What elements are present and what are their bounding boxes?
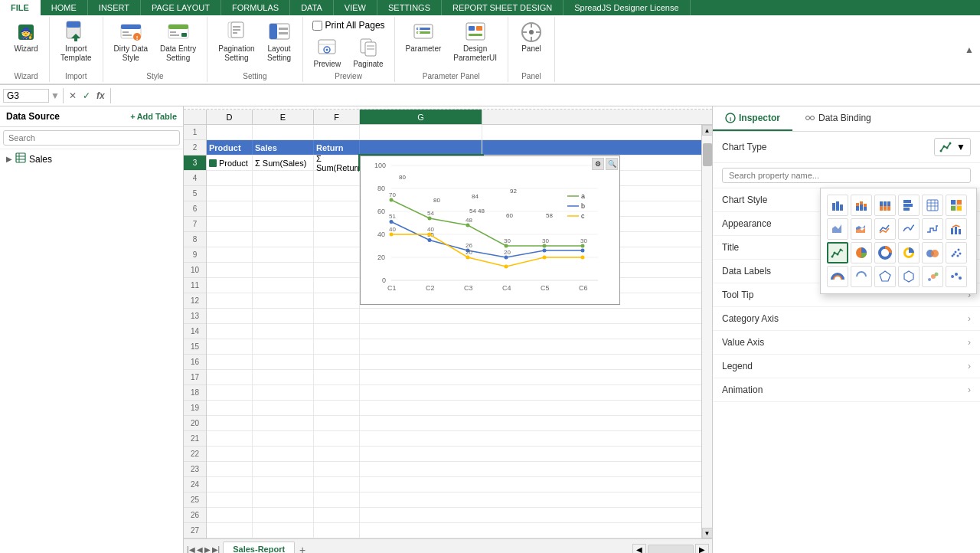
cell-D11[interactable]	[207, 278, 253, 293]
data-entry-setting-button[interactable]: Data EntrySetting	[155, 18, 201, 64]
add-table-button[interactable]: + Add Table	[130, 112, 177, 121]
cell-F24[interactable]	[314, 477, 360, 492]
cell-D15[interactable]	[207, 339, 253, 354]
cell-E7[interactable]	[253, 217, 314, 231]
cell-E14[interactable]	[253, 324, 314, 339]
cell-G27[interactable]	[360, 523, 701, 538]
chart-type-table[interactable]	[922, 195, 943, 216]
cell-D18[interactable]	[207, 385, 253, 400]
cell-G20[interactable]	[360, 416, 701, 430]
sheet-first-button[interactable]: |◀	[187, 545, 195, 553]
cell-F27[interactable]	[314, 523, 360, 538]
prop-animation[interactable]: Animation ›	[713, 378, 980, 402]
scroll-track[interactable]	[702, 136, 712, 528]
chart-type-line[interactable]	[874, 218, 896, 240]
formula-cancel-button[interactable]: ✕	[67, 90, 79, 101]
cell-E4[interactable]	[253, 171, 314, 185]
chart-type-100stacked[interactable]	[874, 195, 896, 216]
prop-category-axis[interactable]: Category Axis ›	[713, 307, 980, 331]
cell-E18[interactable]	[253, 385, 314, 400]
paginate-button[interactable]: Paginate	[348, 34, 387, 70]
cell-F9[interactable]	[314, 247, 360, 262]
tab-data[interactable]: DATA	[290, 0, 334, 15]
cell-D10[interactable]	[207, 263, 253, 277]
cell-D14[interactable]	[207, 324, 253, 339]
chart-type-pie[interactable]	[851, 242, 872, 263]
cell-F6[interactable]	[314, 201, 360, 216]
cell-D24[interactable]	[207, 477, 253, 492]
cell-D13[interactable]	[207, 309, 253, 323]
chart-type-stacked-area[interactable]	[851, 218, 872, 240]
property-search-input[interactable]	[722, 168, 971, 183]
chart-type-line-selected[interactable]	[827, 242, 848, 263]
cell-G24[interactable]	[360, 477, 701, 492]
cell-D21[interactable]	[207, 431, 253, 446]
cell-F14[interactable]	[314, 324, 360, 339]
cell-D23[interactable]	[207, 462, 253, 476]
panel-button[interactable]: Panel	[514, 18, 548, 55]
chart-type-scatter[interactable]	[946, 242, 967, 263]
cell-F26[interactable]	[314, 508, 360, 522]
print-all-pages-check[interactable]: Print All Pages	[309, 18, 388, 32]
chart-type-select[interactable]: ▼	[934, 138, 971, 156]
cell-D6[interactable]	[207, 201, 253, 216]
cell-E9[interactable]	[253, 247, 314, 262]
cell-G25[interactable]	[360, 492, 701, 507]
cell-D2[interactable]: Product	[207, 140, 253, 155]
cell-D7[interactable]	[207, 217, 253, 231]
cell-G16[interactable]	[360, 355, 701, 369]
chart-type-donut[interactable]	[874, 242, 896, 263]
tab-page-layout[interactable]: PAGE LAYOUT	[141, 0, 221, 15]
chart-search-icon[interactable]: 🔍	[606, 158, 618, 170]
vertical-scrollbar[interactable]: ▲ ▼	[701, 125, 712, 538]
layout-setting-button[interactable]: LayoutSetting	[263, 18, 296, 64]
cell-G19[interactable]	[360, 401, 701, 415]
cell-D17[interactable]	[207, 370, 253, 384]
design-parameter-ui-button[interactable]: DesignParameterUI	[449, 18, 501, 64]
cell-G13[interactable]	[360, 309, 701, 323]
cell-D1[interactable]	[207, 125, 253, 139]
dirty-data-style-button[interactable]: ! Dirty DataStyle	[109, 18, 152, 64]
chart-type-hexagon[interactable]	[898, 266, 920, 287]
cell-D4[interactable]	[207, 171, 253, 185]
chart-type-multi-pie[interactable]	[922, 242, 943, 263]
cell-G2[interactable]	[360, 140, 482, 155]
cell-E24[interactable]	[253, 477, 314, 492]
cell-G1[interactable]	[360, 125, 482, 139]
tab-spreadjs-license[interactable]: SpreadJS Designer License	[564, 0, 690, 15]
ribbon-collapse-button[interactable]: ▲	[962, 17, 977, 82]
chart-type-semi-donut[interactable]	[827, 266, 848, 287]
sheet-scroll-right[interactable]: ▶	[695, 544, 709, 553]
cell-E2[interactable]: Sales	[253, 140, 314, 155]
tab-settings[interactable]: SETTINGS	[377, 0, 442, 15]
chart-type-smooth-line[interactable]	[898, 218, 920, 240]
wizard-button[interactable]: 🧙 Wizard	[9, 18, 43, 55]
cell-E8[interactable]	[253, 232, 314, 247]
cell-F13[interactable]	[314, 309, 360, 323]
cell-D12[interactable]	[207, 293, 253, 308]
sheet-next-button[interactable]: ▶	[204, 545, 211, 553]
cell-F1[interactable]	[314, 125, 360, 139]
cell-G21[interactable]	[360, 431, 701, 446]
cell-E26[interactable]	[253, 508, 314, 522]
tab-view[interactable]: VIEW	[334, 0, 377, 15]
cell-E13[interactable]	[253, 309, 314, 323]
chart-type-bubble[interactable]	[922, 266, 943, 287]
cell-D5[interactable]	[207, 186, 253, 201]
cell-D9[interactable]	[207, 247, 253, 262]
chart-type-column-line[interactable]	[946, 218, 967, 240]
cell-F23[interactable]	[314, 462, 360, 476]
tree-item-sales[interactable]: ▶ Sales	[0, 149, 183, 169]
import-template-button[interactable]: ImportTemplate	[56, 18, 96, 64]
cell-G17[interactable]	[360, 370, 701, 384]
cell-E6[interactable]	[253, 201, 314, 216]
cell-E17[interactable]	[253, 370, 314, 384]
cell-E10[interactable]	[253, 263, 314, 277]
tab-home[interactable]: HOME	[41, 0, 88, 15]
cell-E3[interactable]: Σ Sum(Sales)	[253, 155, 314, 170]
cell-G14[interactable]	[360, 324, 701, 339]
cell-F20[interactable]	[314, 416, 360, 430]
formula-input[interactable]	[114, 89, 977, 103]
chart-type-hbar[interactable]	[898, 195, 920, 216]
cell-E27[interactable]	[253, 523, 314, 538]
